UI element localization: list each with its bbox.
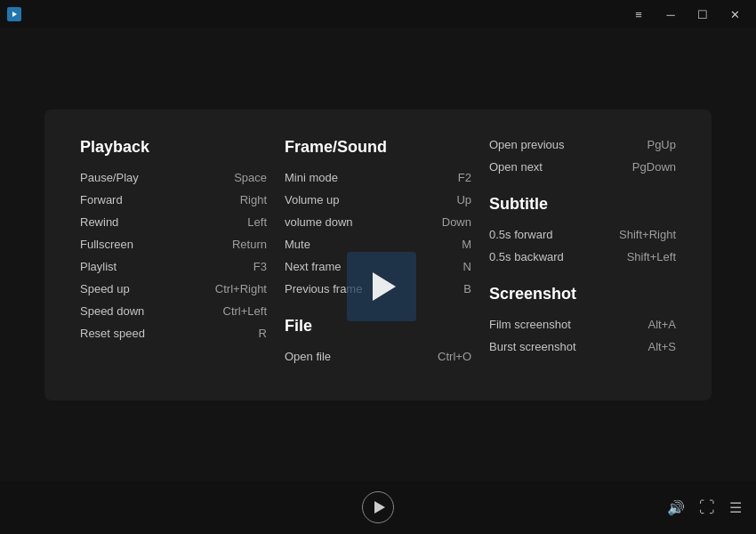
mute-label: Mute <box>285 238 310 251</box>
titlebar-controls: ≡ ─ ☐ ✕ <box>624 4 749 25</box>
open-previous-label: Open previous <box>489 138 565 151</box>
burst-screenshot-key: Alt+S <box>648 340 676 353</box>
close-button[interactable]: ✕ <box>720 4 749 25</box>
burst-screenshot-label: Burst screenshot <box>489 340 576 353</box>
shortcut-fullscreen: Fullscreen Return <box>80 238 267 251</box>
shortcut-pause-play: Pause/Play Space <box>80 171 267 184</box>
fullscreen-label: Fullscreen <box>80 238 133 251</box>
volume-down-label: volume down <box>285 215 353 229</box>
main-area: Playback Pause/Play Space Forward Right … <box>0 28 756 481</box>
shortcut-forward: Forward Right <box>80 193 267 206</box>
reset-speed-key: R <box>259 327 267 340</box>
subtitle-backward-key: Shift+Left <box>627 250 676 263</box>
subtitle-title: Subtitle <box>489 195 676 214</box>
open-next-label: Open next <box>489 160 543 174</box>
screenshot-title: Screenshot <box>489 285 676 303</box>
playback-title: Playback <box>80 138 267 157</box>
shortcut-film-screenshot: Film screenshot Alt+A <box>489 318 676 331</box>
fullscreen-icon[interactable]: ⛶ <box>699 498 715 517</box>
bottombar: 🔊 ⛶ ☰ <box>0 481 756 534</box>
shortcut-speed-down: Speed down Ctrl+Left <box>80 304 267 318</box>
menu-button[interactable]: ≡ <box>624 4 653 25</box>
mini-mode-label: Mini mode <box>285 171 338 184</box>
shortcut-rewind: Rewind Left <box>80 215 267 229</box>
maximize-button[interactable]: ☐ <box>688 4 717 25</box>
mini-mode-key: F2 <box>458 171 471 184</box>
play-icon <box>374 501 385 514</box>
forward-key: Right <box>240 193 267 206</box>
speed-up-key: Ctrl+Right <box>215 282 267 295</box>
shortcut-mini-mode: Mini mode F2 <box>285 171 471 184</box>
film-screenshot-label: Film screenshot <box>489 318 571 331</box>
next-frame-label: Next frame <box>285 260 342 273</box>
mute-key: M <box>462 238 471 251</box>
minimize-button[interactable]: ─ <box>656 4 685 25</box>
speed-down-label: Speed down <box>80 304 144 318</box>
reset-speed-label: Reset speed <box>80 327 145 340</box>
rewind-key: Left <box>247 215 267 229</box>
subtitle-forward-label: 0.5s forward <box>489 228 553 241</box>
play-triangle-icon <box>373 272 396 301</box>
titlebar-left <box>7 7 21 21</box>
app-icon <box>7 7 21 21</box>
subtitle-forward-key: Shift+Right <box>619 228 676 241</box>
film-screenshot-key: Alt+A <box>648 318 676 331</box>
previous-frame-key: B <box>463 282 471 295</box>
open-previous-key: PgUp <box>647 138 676 151</box>
speed-down-key: Ctrl+Left <box>223 304 268 318</box>
shortcut-playlist: Playlist F3 <box>80 260 267 273</box>
fullscreen-key: Return <box>232 238 267 251</box>
playback-column: Playback Pause/Play Space Forward Right … <box>80 138 285 372</box>
rewind-label: Rewind <box>80 215 118 229</box>
playlist-key: F3 <box>253 260 267 273</box>
playlist-menu-icon[interactable]: ☰ <box>729 499 742 516</box>
bottom-center <box>362 491 394 523</box>
video-thumbnail <box>347 252 416 321</box>
shortcut-open-previous: Open previous PgUp <box>489 138 676 151</box>
forward-label: Forward <box>80 193 123 206</box>
play-button[interactable] <box>362 491 394 523</box>
next-frame-key: N <box>463 260 471 273</box>
open-next-key: PgDown <box>632 160 676 174</box>
bottom-right-controls: 🔊 ⛶ ☰ <box>667 498 742 517</box>
titlebar: ≡ ─ ☐ ✕ <box>0 0 756 28</box>
volume-icon[interactable]: 🔊 <box>667 499 685 516</box>
open-file-key: Ctrl+O <box>438 350 471 363</box>
subtitle-backward-label: 0.5s backward <box>489 250 564 263</box>
framesound-title: Frame/Sound <box>285 138 471 157</box>
volume-up-label: Volume up <box>285 193 339 206</box>
speed-up-label: Speed up <box>80 282 130 295</box>
shortcut-burst-screenshot: Burst screenshot Alt+S <box>489 340 676 353</box>
shortcut-subtitle-forward: 0.5s forward Shift+Right <box>489 228 676 241</box>
volume-up-key: Up <box>456 193 471 206</box>
pause-play-label: Pause/Play <box>80 171 139 184</box>
shortcut-speed-up: Speed up Ctrl+Right <box>80 282 267 295</box>
open-file-label: Open file <box>285 350 331 363</box>
shortcut-open-file: Open file Ctrl+O <box>285 350 471 363</box>
shortcut-reset-speed: Reset speed R <box>80 327 267 340</box>
shortcut-volume-down: volume down Down <box>285 215 471 229</box>
right-column: Open previous PgUp Open next PgDown Subt… <box>489 138 676 372</box>
volume-down-key: Down <box>442 215 471 229</box>
shortcut-open-next: Open next PgDown <box>489 160 676 174</box>
shortcut-volume-up: Volume up Up <box>285 193 471 206</box>
pause-play-key: Space <box>234 171 267 184</box>
shortcut-subtitle-backward: 0.5s backward Shift+Left <box>489 250 676 263</box>
playlist-label: Playlist <box>80 260 117 273</box>
shortcut-mute: Mute M <box>285 238 471 251</box>
